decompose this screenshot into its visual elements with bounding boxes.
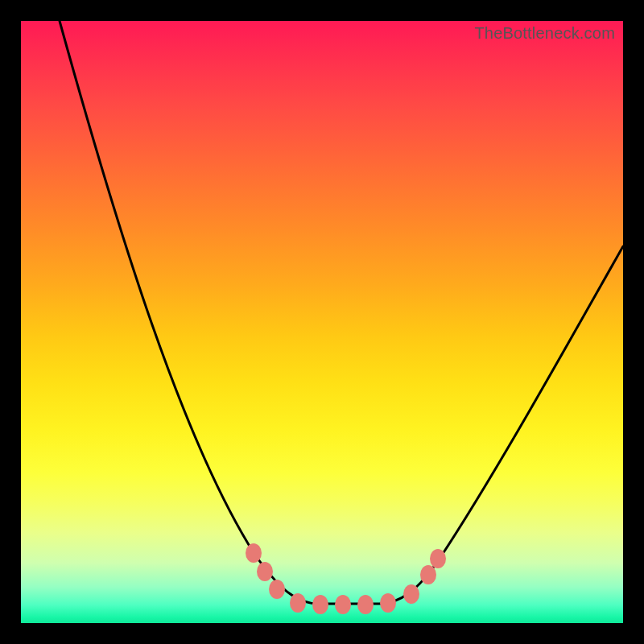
bottleneck-curve	[60, 21, 623, 604]
curve-markers	[246, 543, 446, 614]
curve-marker	[335, 595, 351, 614]
curve-marker	[290, 593, 306, 613]
curve-layer	[21, 21, 623, 623]
curve-marker	[246, 543, 262, 563]
curve-marker	[312, 595, 328, 614]
curve-marker	[403, 584, 419, 604]
chart-frame: TheBottleneck.com	[0, 0, 644, 644]
curve-marker	[269, 580, 285, 599]
curve-marker	[430, 549, 446, 568]
curve-marker	[380, 593, 396, 613]
curve-marker	[257, 562, 273, 581]
curve-marker	[420, 565, 436, 584]
plot-area: TheBottleneck.com	[21, 21, 623, 623]
curve-marker	[357, 595, 374, 614]
